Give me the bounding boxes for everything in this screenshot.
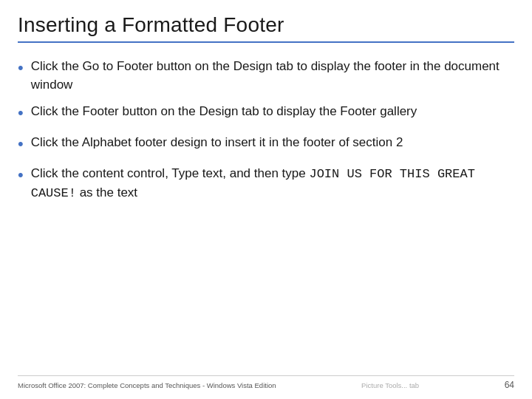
- bullet-text-1: Click the Go to Footer button on the Des…: [31, 58, 514, 94]
- footer-left-text: Microsoft Office 2007: Complete Concepts…: [18, 381, 276, 389]
- content-area: • Click the Go to Footer button on the D…: [18, 58, 514, 372]
- bullet-text-4: Click the content control, Type text, an…: [31, 165, 514, 202]
- title-divider: [18, 41, 514, 43]
- slide-container: Inserting a Formatted Footer • Click the…: [0, 0, 532, 399]
- footer-page-number: 64: [505, 380, 514, 390]
- bullet-list: • Click the Go to Footer button on the D…: [18, 58, 514, 211]
- bullet-item-1: • Click the Go to Footer button on the D…: [18, 58, 514, 94]
- bullet-text-2: Click the Footer button on the Design ta…: [31, 103, 514, 121]
- footer-center-text: Picture Tools... tab: [361, 381, 419, 389]
- bullet-dot-3: •: [18, 132, 24, 156]
- bullet-item-2: • Click the Footer button on the Design …: [18, 103, 514, 125]
- bullet-dot-2: •: [18, 101, 24, 125]
- slide-title: Inserting a Formatted Footer: [18, 13, 514, 37]
- monospace-text: JOIN US FOR THIS GREAT CAUSE!: [31, 167, 475, 200]
- title-section: Inserting a Formatted Footer: [18, 13, 514, 53]
- bullet-item-4: • Click the content control, Type text, …: [18, 165, 514, 202]
- bullet-dot-4: •: [18, 163, 24, 187]
- bullet-item-3: • Click the Alphabet footer design to in…: [18, 134, 514, 156]
- bullet-dot-1: •: [18, 56, 24, 80]
- footer-bar: Microsoft Office 2007: Complete Concepts…: [18, 375, 514, 390]
- bullet-text-3: Click the Alphabet footer design to inse…: [31, 134, 514, 152]
